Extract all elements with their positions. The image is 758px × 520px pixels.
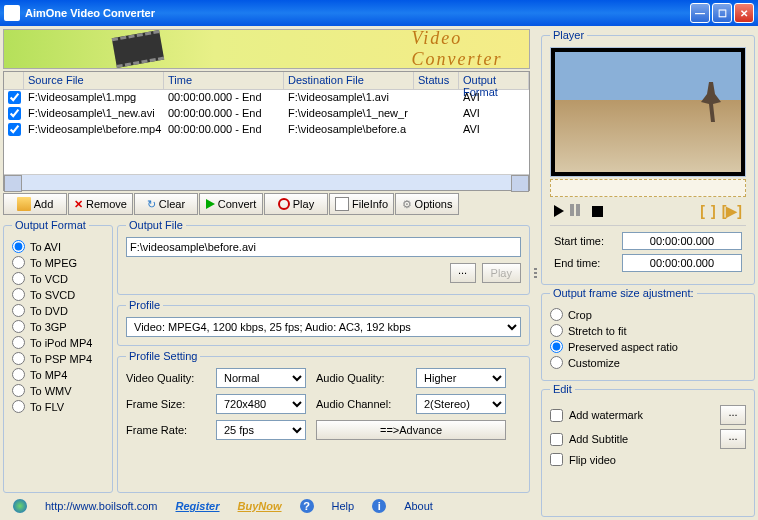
frame-rate-select[interactable]: 25 fps [216,420,306,440]
video-quality-label: Video Quality: [126,372,206,384]
audio-quality-select[interactable]: Higher [416,368,506,388]
end-time-label: End time: [554,257,614,269]
watermark-checkbox[interactable] [550,409,563,422]
horizontal-scrollbar[interactable] [4,174,529,190]
audio-quality-label: Audio Quality: [316,372,406,384]
format-radio-to-ipod-mp4[interactable]: To iPod MP4 [12,336,104,349]
splitter-handle[interactable] [533,29,538,517]
flip-label: Flip video [569,454,616,466]
player-play-button[interactable] [554,205,564,217]
header-time[interactable]: Time [164,72,284,89]
video-quality-select[interactable]: Normal [216,368,306,388]
advance-button[interactable]: ==>Advance [316,420,506,440]
play-icon [206,199,215,209]
profile-setting-legend: Profile Setting [126,350,200,362]
player-stop-button[interactable] [592,206,603,217]
adjust-radio-stretch-to-fit[interactable]: Stretch to fit [550,324,746,337]
browse-button[interactable]: ... [450,263,476,283]
row-checkbox[interactable] [8,123,21,136]
globe-icon [13,499,27,513]
format-radio-to-psp-mp4[interactable]: To PSP MP4 [12,352,104,365]
edit-group: Edit Add watermark ... Add Subtitle ... … [541,383,755,517]
output-file-input[interactable] [126,237,521,257]
refresh-icon: ↻ [147,198,156,211]
adjust-radio-crop[interactable]: Crop [550,308,746,321]
banner-text: Video Converter [412,29,529,69]
register-link[interactable]: Register [176,500,220,512]
output-play-button[interactable]: Play [482,263,521,283]
play-button[interactable]: Play [264,193,328,215]
document-icon [335,197,349,211]
format-radio-to-dvd[interactable]: To DVD [12,304,104,317]
format-radio-to-vcd[interactable]: To VCD [12,272,104,285]
close-button[interactable]: ✕ [734,3,754,23]
output-format-group: Output Format To AVITo MPEGTo VCDTo SVCD… [3,219,113,493]
format-radio-to-svcd[interactable]: To SVCD [12,288,104,301]
subtitle-settings-button[interactable]: ... [720,429,746,449]
minimize-button[interactable]: — [690,3,710,23]
options-button[interactable]: ⚙Options [395,193,459,215]
flip-checkbox[interactable] [550,453,563,466]
convert-button[interactable]: Convert [199,193,263,215]
info-icon: i [372,499,386,513]
grid-header: Source File Time Destination File Status… [4,72,529,90]
header-source[interactable]: Source File [24,72,164,89]
adjust-radio-customize[interactable]: Customize [550,356,746,369]
format-radio-to-3gp[interactable]: To 3GP [12,320,104,333]
toolbar: Add ✕Remove ↻Clear Convert Play FileInfo… [3,193,530,217]
output-format-legend: Output Format [12,219,89,231]
format-radio-to-mpeg[interactable]: To MPEG [12,256,104,269]
watermark-label: Add watermark [569,409,643,421]
remove-button[interactable]: ✕Remove [68,193,133,215]
watermark-settings-button[interactable]: ... [720,405,746,425]
help-icon: ? [300,499,314,513]
player-pause-button[interactable] [570,204,586,218]
table-row[interactable]: F:\videosample\1_new.avi00:00:00.000 - E… [4,106,529,122]
player-group: Player [ ] [▶] Start time: 00:00:00.000 … [541,29,755,285]
table-row[interactable]: F:\videosample\before.mp400:00:00.000 - … [4,122,529,138]
mark-in-button[interactable]: [ [700,203,705,219]
output-file-legend: Output File [126,219,186,231]
add-button[interactable]: Add [3,193,67,215]
media-play-icon [278,198,290,210]
profile-group: Profile Video: MPEG4, 1200 kbps, 25 fps;… [117,299,530,346]
table-row[interactable]: F:\videosample\1.mpg00:00:00.000 - EndF:… [4,90,529,106]
start-time-value[interactable]: 00:00:00.000 [622,232,742,250]
help-link[interactable]: Help [332,500,355,512]
header-dest[interactable]: Destination File [284,72,414,89]
frame-rate-label: Frame Rate: [126,424,206,436]
format-radio-to-avi[interactable]: To AVI [12,240,104,253]
edit-legend: Edit [550,383,575,395]
header-format[interactable]: Output Format [459,72,529,89]
file-grid[interactable]: Source File Time Destination File Status… [3,71,530,191]
website-link[interactable]: http://www.boilsoft.com [45,500,158,512]
frame-adjust-legend: Output frame size ajustment: [550,287,697,299]
row-checkbox[interactable] [8,91,21,104]
end-time-value[interactable]: 00:00:00.000 [622,254,742,272]
audio-channel-select[interactable]: 2(Stereo) [416,394,506,414]
format-radio-to-mp4[interactable]: To MP4 [12,368,104,381]
frame-size-label: Frame Size: [126,398,206,410]
header-status[interactable]: Status [414,72,459,89]
maximize-button[interactable]: ☐ [712,3,732,23]
format-radio-to-wmv[interactable]: To WMV [12,384,104,397]
clear-button[interactable]: ↻Clear [134,193,198,215]
frame-adjust-group: Output frame size ajustment: CropStretch… [541,287,755,381]
about-link[interactable]: About [404,500,433,512]
format-radio-to-flv[interactable]: To FLV [12,400,104,413]
play-range-button[interactable]: [▶] [722,203,742,219]
seek-bar[interactable] [550,179,746,197]
buynow-link[interactable]: BuyNow [238,500,282,512]
frame-size-select[interactable]: 720x480 [216,394,306,414]
audio-channel-label: Audio Channel: [316,398,406,410]
player-legend: Player [550,29,587,41]
app-icon [4,5,20,21]
mark-out-button[interactable]: ] [711,203,716,219]
gear-icon: ⚙ [402,198,412,211]
fileinfo-button[interactable]: FileInfo [329,193,394,215]
player-viewport[interactable] [550,47,746,177]
subtitle-checkbox[interactable] [550,433,563,446]
profile-select[interactable]: Video: MPEG4, 1200 kbps, 25 fps; Audio: … [126,317,521,337]
row-checkbox[interactable] [8,107,21,120]
adjust-radio-preserved-aspect-ratio[interactable]: Preserved aspect ratio [550,340,746,353]
